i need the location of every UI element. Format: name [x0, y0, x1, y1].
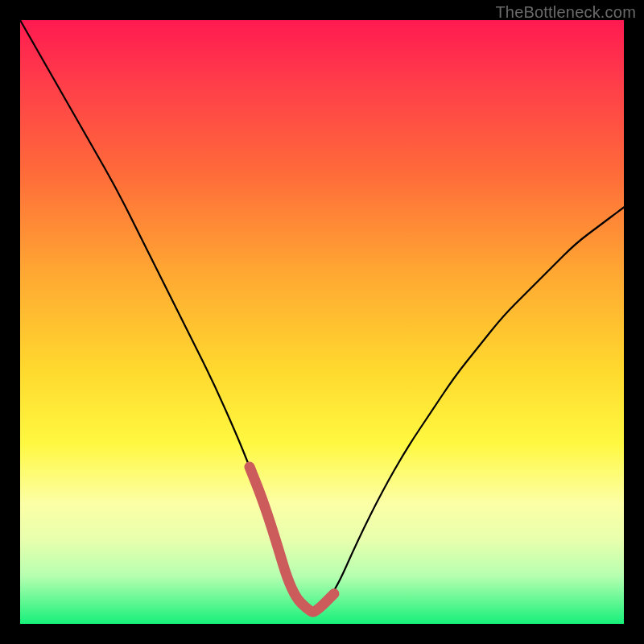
bottleneck-highlight — [250, 467, 334, 612]
bottleneck-curve — [20, 20, 624, 612]
curve-layer — [20, 20, 624, 624]
watermark-text: TheBottleneck.com — [495, 3, 636, 22]
chart-frame: TheBottleneck.com — [0, 0, 644, 644]
plot-area — [20, 20, 624, 624]
